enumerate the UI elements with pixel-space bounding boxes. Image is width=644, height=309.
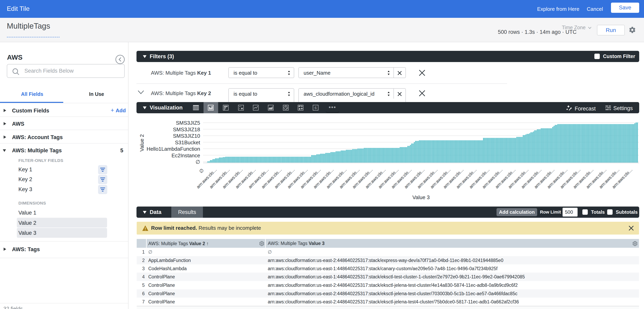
svg-text:SMS3JIZ18: SMS3JIZ18 xyxy=(173,126,200,132)
svg-text:Hello1LambdaFunction: Hello1LambdaFunction xyxy=(147,146,200,152)
svg-text:∅: ∅ xyxy=(196,159,200,165)
svg-text:SMS3JIZ10: SMS3JIZ10 xyxy=(173,133,200,139)
svg-text:Value 2: Value 2 xyxy=(139,134,145,152)
svg-text:S31Bucket: S31Bucket xyxy=(175,140,200,146)
svg-text:SMS3JIZ5: SMS3JIZ5 xyxy=(176,120,200,126)
svg-text:Value 3: Value 3 xyxy=(412,194,430,200)
svg-text:6: 6 xyxy=(314,106,316,110)
svg-text:Ec2Instance: Ec2Instance xyxy=(172,152,200,158)
svg-text:∅: ∅ xyxy=(198,167,205,174)
